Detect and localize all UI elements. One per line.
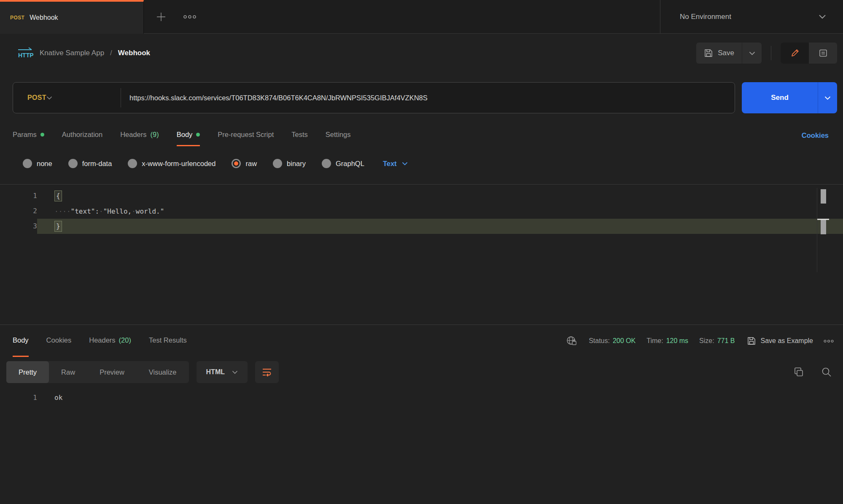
editor-overview-ruler[interactable] (817, 188, 829, 272)
radio-label: form-data (82, 160, 112, 168)
time-value: 120 ms (666, 337, 688, 345)
body-type-raw[interactable]: raw (232, 159, 257, 168)
response-options-button[interactable] (824, 340, 834, 343)
time-label: Time: (646, 337, 663, 345)
response-tools (793, 367, 832, 378)
response-tab-cookies[interactable]: Cookies (46, 325, 72, 357)
close-brace: } (54, 221, 62, 232)
plus-icon (156, 11, 167, 22)
breadcrumb-separator: / (110, 49, 112, 57)
view-preview[interactable]: Preview (87, 361, 137, 383)
method-label: POST (27, 94, 46, 102)
tab-label: Tests (291, 131, 308, 139)
save-button[interactable]: Save (696, 43, 742, 64)
save-split-button: Save (696, 43, 762, 64)
raw-language-selector[interactable]: Text (383, 160, 408, 168)
chevron-down-icon (46, 96, 62, 100)
url-input[interactable] (121, 94, 735, 102)
request-tab-active[interactable]: POST Webhook (0, 0, 144, 34)
cookies-link[interactable]: Cookies (802, 131, 829, 139)
tab-label: Headers (120, 131, 146, 139)
environment-label: No Environment (680, 13, 819, 21)
floppy-save-icon (704, 48, 713, 58)
search-button[interactable] (821, 367, 832, 378)
code-line-current: 3 } (0, 219, 843, 234)
url-row: POST Send (0, 82, 843, 113)
send-button[interactable]: Send (742, 82, 818, 113)
save-as-example-label: Save as Example (760, 337, 813, 345)
wrap-lines-button[interactable] (255, 361, 279, 383)
view-raw[interactable]: Raw (49, 361, 87, 383)
response-tab-test-results[interactable]: Test Results (149, 325, 187, 357)
breadcrumb-request-name[interactable]: Webhook (118, 49, 150, 57)
save-button-label: Save (718, 49, 734, 57)
radio-icon (273, 159, 282, 168)
tab-params[interactable]: Params (13, 124, 44, 146)
response-body-viewer[interactable]: 1 ok (0, 390, 843, 405)
tab-pre-request-script[interactable]: Pre-request Script (218, 124, 274, 146)
response-section: Body Cookies Headers (20) Test Results (0, 324, 843, 405)
body-type-graphql[interactable]: GraphQL (322, 159, 364, 168)
request-body-editor[interactable]: 1 { 2 ····"text":·"Hello,·world." 3 } (0, 184, 843, 324)
request-header: HTTP Knative Sample App / Webhook Save (0, 34, 843, 72)
radio-label: GraphQL (336, 160, 364, 168)
radio-label: raw (245, 160, 257, 168)
ellipsis-icon (824, 340, 834, 343)
radio-icon (68, 159, 78, 168)
open-brace: { (54, 190, 62, 201)
view-visualize[interactable]: Visualize (137, 361, 189, 383)
radio-selected-icon (232, 159, 241, 168)
comments-button[interactable] (809, 43, 837, 64)
response-format-selector[interactable]: HTML (197, 361, 248, 383)
svg-text:HTTP: HTTP (18, 52, 34, 59)
chevron-down-icon (749, 51, 755, 55)
tab-label: Cookies (46, 336, 72, 344)
tab-bar: POST Webhook No Environment (0, 0, 843, 34)
tab-options-button[interactable] (182, 9, 198, 25)
save-as-example-button[interactable]: Save as Example (747, 336, 813, 346)
tab-body[interactable]: Body (177, 124, 200, 146)
body-type-urlencoded[interactable]: x-www-form-urlencoded (128, 159, 215, 168)
response-tab-body[interactable]: Body (13, 325, 29, 357)
copy-button[interactable] (793, 367, 804, 378)
environment-selector[interactable]: No Environment (660, 0, 843, 34)
body-type-binary[interactable]: binary (273, 159, 306, 168)
body-type-none[interactable]: none (23, 159, 52, 168)
radio-icon (23, 159, 32, 168)
line-number: 3 (0, 219, 37, 234)
headers-count-badge: (20) (119, 336, 131, 344)
ellipsis-icon (183, 15, 196, 19)
radio-label: none (37, 160, 52, 168)
breadcrumb-collection[interactable]: Knative Sample App (40, 49, 104, 57)
side-panel-toggle-group (781, 43, 837, 64)
send-options-button[interactable] (818, 82, 837, 113)
tab-settings[interactable]: Settings (326, 124, 351, 146)
line-number: 1 (0, 188, 37, 204)
comment-icon (819, 48, 828, 58)
view-pretty[interactable]: Pretty (6, 361, 49, 383)
ruler-mark (821, 220, 826, 234)
response-tab-headers[interactable]: Headers (20) (89, 325, 131, 357)
chevron-down-icon (819, 14, 826, 19)
tab-authorization[interactable]: Authorization (62, 124, 102, 146)
tab-headers[interactable]: Headers (9) (120, 124, 159, 146)
header-actions: Save (696, 43, 837, 64)
chevron-down-icon (824, 96, 831, 100)
url-bar: POST (13, 82, 735, 113)
ruler-mark (821, 189, 826, 204)
tab-label: Headers (89, 336, 115, 344)
size-pair: Size: 771 B (699, 337, 735, 345)
save-options-button[interactable] (742, 43, 762, 64)
method-selector[interactable]: POST (13, 94, 121, 102)
response-meta: Status: 200 OK Time: 120 ms Size: 771 B … (566, 325, 834, 357)
tab-tests[interactable]: Tests (291, 124, 308, 146)
new-tab-button[interactable] (153, 9, 169, 25)
chevron-down-icon (402, 162, 408, 166)
tab-label: Body (177, 131, 193, 139)
documentation-edit-button[interactable] (781, 43, 809, 64)
chevron-down-icon (232, 370, 238, 374)
line-number: 1 (0, 394, 37, 402)
tab-label: Settings (326, 131, 351, 139)
body-type-form-data[interactable]: form-data (68, 159, 112, 168)
network-globe-lock-icon[interactable] (566, 335, 578, 346)
